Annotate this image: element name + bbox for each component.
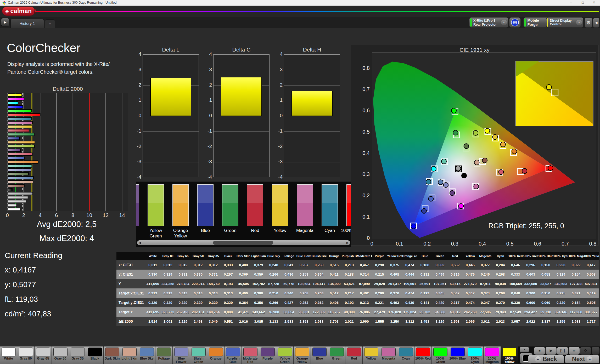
pattern-button-100-blue[interactable]: 100% Blue (449, 346, 466, 364)
add-tab-button[interactable]: + (45, 19, 55, 28)
back-button[interactable]: « Back (528, 355, 564, 363)
calman-menu-button[interactable]: ◈ calman ▼ (2, 7, 35, 16)
pattern-button-purple[interactable]: Purple (259, 346, 276, 364)
column-header: Black (221, 252, 236, 260)
gear-icon[interactable]: ⚙ (585, 18, 592, 28)
pattern-button-white[interactable]: White (0, 346, 17, 364)
continuous-measure-button[interactable]: ∞ (569, 347, 580, 355)
extra-button[interactable] (592, 347, 599, 355)
pattern-button-bluish-green[interactable]: BluishGreen (190, 346, 207, 364)
pattern-button-foliage[interactable]: Foliage (155, 346, 173, 364)
table-cell: 140,764 (206, 307, 221, 317)
pattern-button-red[interactable]: Red (345, 346, 363, 364)
meter-reading-badge[interactable]: 658 (509, 17, 521, 28)
measured-marker-purplish-blue (428, 196, 433, 201)
column-header: Blue Sky (266, 252, 281, 260)
collapse-panel-button[interactable]: ◀ (593, 18, 599, 28)
pattern-button-dark-skin[interactable]: Dark Skin (104, 346, 121, 364)
pattern-button-yellow-green[interactable]: YellowGreen (276, 346, 294, 364)
measured-marker-100-green (451, 108, 456, 113)
pattern-button-black[interactable]: Black (86, 346, 104, 364)
table-cell: 0,250 (266, 288, 281, 298)
table-cell: 0,192 (342, 298, 357, 307)
close-button[interactable]: ✕ (588, 0, 599, 6)
scroll-right-icon[interactable]: ▶ (345, 241, 350, 245)
calman-diamond-icon: ◈ (5, 8, 9, 14)
table-cell: 0,312 (176, 260, 191, 270)
pattern-button-moderate-red[interactable]: ModerateRed (242, 346, 259, 364)
minimize-button[interactable]: – (565, 0, 576, 6)
pattern-button-magenta[interactable]: Magenta (380, 346, 397, 364)
pattern-swatch (468, 348, 482, 356)
table-cell: 324,146 (553, 307, 569, 317)
scroll-left-icon[interactable]: ◀ (137, 241, 142, 245)
pattern-swatch (312, 348, 327, 356)
y-tick-label: -1 (276, 128, 283, 134)
swatch-label: Yellow (267, 228, 293, 233)
table-cell: 0,215 (372, 270, 387, 279)
table-cell: 0,141 (417, 298, 433, 307)
swatch-strip-scrollbar[interactable]: ◀ ▶ (137, 240, 350, 245)
measured-marker-100-blue (411, 224, 416, 229)
meter-dropdown[interactable]: X-Rite i1Pro 3 Rear Projector ▼ (469, 17, 508, 28)
table-cell: 1,514 (145, 317, 160, 326)
table-cell: 262,495 (176, 307, 191, 317)
table-cell: 0,376 (387, 288, 402, 298)
pattern-label: Blue (311, 357, 328, 360)
play-button[interactable]: ▶ (546, 347, 557, 355)
deltae-x-tick: 14 (117, 212, 127, 218)
table-cell: 0,217 (342, 288, 357, 298)
pattern-swatch (416, 348, 430, 356)
pattern-button-blue-flower[interactable]: BlueFlower (173, 346, 190, 364)
pattern-button-gray-65[interactable]: Gray 65 (35, 346, 52, 364)
row-label: Target x:CIE31 (116, 288, 145, 298)
scroll-up-button[interactable]: ▲ (520, 347, 529, 352)
cie-y-tick: 0,2 (356, 192, 370, 198)
pattern-button-gray-50[interactable]: Gray 50 (52, 346, 69, 364)
table-cell: 0,364 (311, 270, 327, 279)
sync-button[interactable]: ⟳ (580, 347, 591, 355)
column-header: Moderate Red (357, 252, 372, 260)
pattern-label: OrangeYellow (294, 357, 311, 364)
pattern-button-gray-35[interactable]: Gray 35 (69, 346, 86, 364)
pattern-button-orange[interactable]: Orange (207, 346, 225, 364)
column-header: Light Skin (251, 252, 266, 260)
scrollbar-thumb[interactable] (213, 241, 273, 245)
display-control-dropdown[interactable]: Direct Display Control ▼ (546, 17, 584, 28)
pattern-button-100-yellow[interactable]: 100%Yellow (501, 346, 518, 364)
pattern-swatch (347, 348, 361, 356)
stop-button[interactable]: ■ (534, 347, 545, 355)
pattern-button-yellow[interactable]: Yellow (363, 346, 380, 364)
pattern-button-blue[interactable]: Blue (311, 346, 328, 364)
pattern-button-100-cyan[interactable]: 100% Cyan (466, 346, 484, 364)
pattern-button-cyan[interactable]: Cyan (397, 346, 414, 364)
next-button[interactable]: Next » (565, 355, 599, 363)
table-cell: 172,389 (311, 307, 327, 317)
pattern-button-light-skin[interactable]: Light Skin (121, 346, 138, 364)
pattern-button-orange-yellow[interactable]: OrangeYellow (294, 346, 311, 364)
pattern-button-100-magenta[interactable]: 100%Magenta (484, 346, 501, 364)
y-tick-label: 0 (205, 113, 212, 118)
tab-history-1[interactable]: History 1 (10, 19, 44, 28)
y-tick-label: 3 (276, 67, 283, 72)
pattern-button-blue-sky[interactable]: Blue Sky (138, 346, 155, 364)
expand-sidebar-button[interactable]: ▶ (1, 18, 9, 26)
current-reading-title: Current Reading (5, 251, 62, 260)
transport-controls: ▲ ■ ▶ [··] ∞ ⟳ « Back Next » (519, 346, 600, 364)
table-cell: 3,703 (327, 317, 342, 326)
measured-marker-purple (450, 191, 455, 196)
pattern-button-gray-80[interactable]: Gray 80 (17, 346, 35, 364)
app-icon (2, 1, 6, 5)
maximize-button[interactable]: □ (577, 0, 588, 6)
pattern-button-purplish-blue[interactable]: PurplishBlue (225, 346, 242, 364)
table-cell: 79,943 (493, 307, 508, 317)
table-cell: 0,208 (493, 288, 508, 298)
step-measure-button[interactable]: [··] (557, 347, 568, 355)
pattern-button-100-red[interactable]: 100% Red (414, 346, 432, 364)
table-cell: 0,247 (478, 298, 493, 307)
table-cell: 0,330 (145, 270, 160, 279)
deltae-bar-chart (7, 93, 128, 211)
pattern-button-green[interactable]: Green (328, 346, 345, 364)
table-cell: 0,505 (584, 298, 599, 307)
pattern-button-100-green[interactable]: 100% Green (432, 346, 449, 364)
